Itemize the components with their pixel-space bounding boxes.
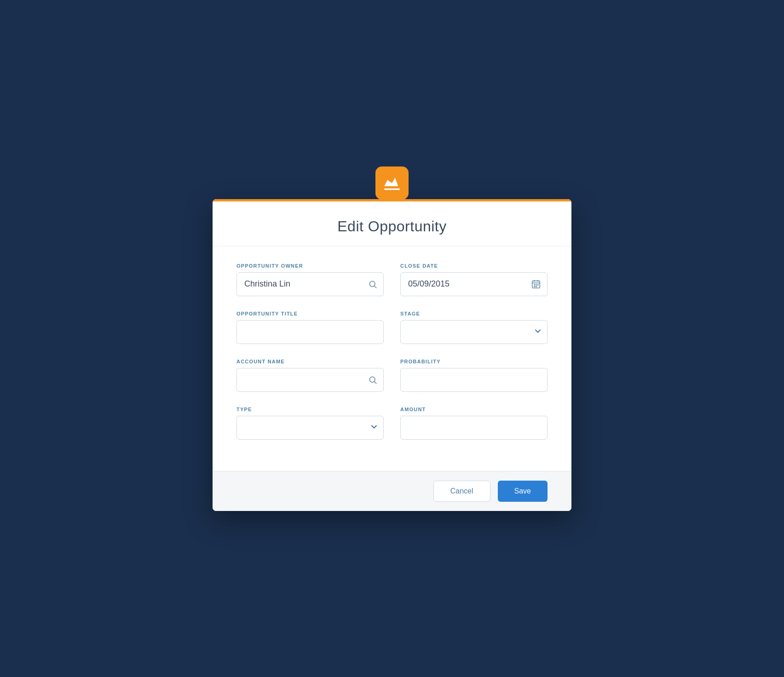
modal-footer: Cancel Save — [213, 471, 571, 511]
amount-input-wrapper — [400, 416, 548, 440]
type-label: TYPE — [236, 407, 384, 412]
stage-label: STAGE — [400, 311, 548, 316]
probability-input-wrapper — [400, 368, 548, 392]
close-date-input[interactable] — [400, 272, 548, 296]
form-row-4: TYPE New Business Existing Business Rene… — [236, 407, 548, 440]
form-group-probability: PROBABILITY — [400, 359, 548, 392]
form-group-opportunity-owner: OPPORTUNITY OWNER — [236, 263, 384, 296]
probability-input[interactable] — [400, 368, 548, 392]
opportunity-title-input-wrapper — [236, 320, 384, 344]
type-select-wrapper: New Business Existing Business Renewal — [236, 416, 384, 440]
modal-header: Edit Opportunity — [213, 201, 571, 247]
type-select[interactable]: New Business Existing Business Renewal — [236, 416, 384, 440]
form-group-amount: AMOUNT — [400, 407, 548, 440]
save-button[interactable]: Save — [498, 481, 548, 502]
cancel-button[interactable]: Cancel — [433, 481, 490, 502]
stage-select-wrapper: Prospecting Qualification Needs Analysis… — [400, 320, 548, 344]
close-date-input-wrapper — [400, 272, 548, 296]
form-row-2: OPPORTUNITY TITLE STAGE Prospecting Qual… — [236, 311, 548, 344]
form-group-close-date: CLOSE DATE — [400, 263, 548, 296]
crown-badge — [375, 166, 409, 200]
opportunity-owner-input-wrapper — [236, 272, 384, 296]
opportunity-title-input[interactable] — [236, 320, 384, 344]
close-date-label: CLOSE DATE — [400, 263, 548, 269]
page-title: Edit Opportunity — [231, 218, 553, 235]
amount-input[interactable] — [400, 416, 548, 440]
stage-select[interactable]: Prospecting Qualification Needs Analysis… — [400, 320, 548, 344]
modal-body: OPPORTUNITY OWNER CLOSE DATE — [213, 247, 571, 471]
form-group-stage: STAGE Prospecting Qualification Needs An… — [400, 311, 548, 344]
account-name-input-wrapper — [236, 368, 384, 392]
opportunity-title-label: OPPORTUNITY TITLE — [236, 311, 384, 316]
form-row-3: ACCOUNT NAME PROBABILITY — [236, 359, 548, 392]
probability-label: PROBABILITY — [400, 359, 548, 364]
account-name-input[interactable] — [236, 368, 384, 392]
amount-label: AMOUNT — [400, 407, 548, 412]
form-row-1: OPPORTUNITY OWNER CLOSE DATE — [236, 263, 548, 296]
opportunity-owner-label: OPPORTUNITY OWNER — [236, 263, 384, 269]
account-name-label: ACCOUNT NAME — [236, 359, 384, 364]
modal-wrapper: Edit Opportunity OPPORTUNITY OWNER — [213, 166, 571, 511]
crown-icon-wrapper — [375, 166, 409, 200]
crown-icon — [383, 174, 401, 192]
opportunity-owner-input[interactable] — [236, 272, 384, 296]
form-group-type: TYPE New Business Existing Business Rene… — [236, 407, 384, 440]
form-group-account-name: ACCOUNT NAME — [236, 359, 384, 392]
form-group-opportunity-title: OPPORTUNITY TITLE — [236, 311, 384, 344]
modal-container: Edit Opportunity OPPORTUNITY OWNER — [213, 199, 571, 511]
